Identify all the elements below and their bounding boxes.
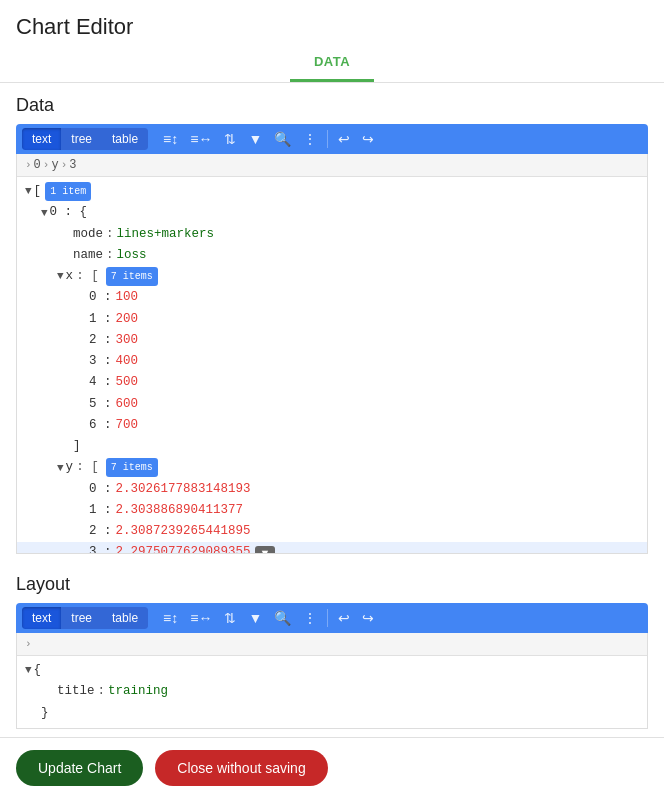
tree-y-3: 3 : 2.2975077629089355 ▼ xyxy=(17,542,647,554)
data-section-title: Data xyxy=(16,95,648,116)
layout-title-value: training xyxy=(108,681,168,702)
layout-breadcrumb-chevron: › xyxy=(25,638,32,650)
tree-x-row: ▼ x : [ 7 items xyxy=(17,266,647,287)
tree-mode-row: mode : lines+markers xyxy=(17,224,647,245)
filter-icon[interactable]: ▼ xyxy=(243,128,267,150)
tab-bar: DATA xyxy=(0,44,664,83)
data-tab-table[interactable]: table xyxy=(102,128,148,150)
footer: Update Chart Close without saving xyxy=(0,737,664,798)
data-view-tabs: text tree table xyxy=(22,128,148,150)
layout-breadcrumb: › xyxy=(17,633,647,656)
layout-collapse-icon[interactable]: ≡↔ xyxy=(185,607,217,629)
update-chart-button[interactable]: Update Chart xyxy=(16,750,143,786)
header: Chart Editor xyxy=(0,0,664,40)
tree-x-close: ] xyxy=(17,436,647,457)
mode-key: mode xyxy=(73,224,103,245)
layout-root-open: ▼ { xyxy=(17,660,647,681)
layout-expand-icon[interactable]: ≡↕ xyxy=(158,607,183,629)
tree-x-4: 4 : 500 xyxy=(17,372,647,393)
tab-data[interactable]: DATA xyxy=(290,44,374,82)
layout-section: Layout text tree table ≡↕ ≡↔ ⇅ ▼ 🔍 ⋮ ↩ ↪… xyxy=(0,562,664,737)
data-section: Data text tree table ≡↕ ≡↔ ⇅ ▼ 🔍 ⋮ ↩ ↪ ›… xyxy=(0,83,664,562)
layout-toolbar: text tree table ≡↕ ≡↔ ⇅ ▼ 🔍 ⋮ ↩ ↪ xyxy=(16,603,648,633)
y-toggle[interactable]: ▼ xyxy=(57,459,64,478)
layout-tree-panel: › ▼ { title : training } xyxy=(16,633,648,729)
data-tree-content: ▼ [ 1 item ▼ 0 : { mode : lines+markers xyxy=(17,177,647,554)
tree-item0-open: ▼ 0 : { xyxy=(17,202,647,223)
x-toggle[interactable]: ▼ xyxy=(57,267,64,286)
sort-icon[interactable]: ⇅ xyxy=(219,128,241,150)
name-value: loss xyxy=(117,245,147,266)
tree-x-1: 1 : 200 xyxy=(17,309,647,330)
layout-more-icon[interactable]: ⋮ xyxy=(298,607,322,629)
close-without-saving-button[interactable]: Close without saving xyxy=(155,750,327,786)
tree-x-3: 3 : 400 xyxy=(17,351,647,372)
more-icon[interactable]: ⋮ xyxy=(298,128,322,150)
layout-search-icon[interactable]: 🔍 xyxy=(269,607,296,629)
toolbar-sep1 xyxy=(327,130,328,148)
breadcrumb-chevron1: › xyxy=(43,159,50,171)
tree-y-0: 0 : 2.3026177883148193 xyxy=(17,479,647,500)
mode-value: lines+markers xyxy=(117,224,215,245)
layout-tab-text[interactable]: text xyxy=(22,607,61,629)
layout-tab-tree[interactable]: tree xyxy=(61,607,102,629)
root-badge: 1 item xyxy=(45,182,91,201)
tree-x-5: 5 : 600 xyxy=(17,394,647,415)
undo-icon[interactable]: ↩ xyxy=(333,128,355,150)
layout-tab-table[interactable]: table xyxy=(102,607,148,629)
y3-dropdown[interactable]: ▼ xyxy=(255,546,276,554)
layout-root-toggle[interactable]: ▼ xyxy=(25,661,32,680)
layout-sort-icon[interactable]: ⇅ xyxy=(219,607,241,629)
layout-section-title: Layout xyxy=(16,574,648,595)
layout-view-tabs: text tree table xyxy=(22,607,148,629)
layout-undo-icon[interactable]: ↩ xyxy=(333,607,355,629)
breadcrumb-3[interactable]: 3 xyxy=(69,158,76,172)
layout-redo-icon[interactable]: ↪ xyxy=(357,607,379,629)
redo-icon[interactable]: ↪ xyxy=(357,128,379,150)
y-badge: 7 items xyxy=(106,458,158,477)
layout-title-key: title xyxy=(57,681,95,702)
breadcrumb-0[interactable]: 0 xyxy=(34,158,41,172)
layout-filter-icon[interactable]: ▼ xyxy=(243,607,267,629)
data-breadcrumb: › 0 › y › 3 xyxy=(17,154,647,177)
tree-name-row: name : loss xyxy=(17,245,647,266)
root-toggle[interactable]: ▼ xyxy=(25,182,32,201)
breadcrumb-y[interactable]: y xyxy=(51,158,58,172)
tree-x-6: 6 : 700 xyxy=(17,415,647,436)
layout-title-row: title : training xyxy=(17,681,647,702)
data-tab-tree[interactable]: tree xyxy=(61,128,102,150)
tree-root-open: ▼ [ 1 item xyxy=(17,181,647,202)
layout-root-close: } xyxy=(17,703,647,724)
page-title: Chart Editor xyxy=(16,14,648,40)
tree-x-2: 2 : 300 xyxy=(17,330,647,351)
tree-x-0: 0 : 100 xyxy=(17,287,647,308)
breadcrumb-chevron2: › xyxy=(61,159,68,171)
search-icon[interactable]: 🔍 xyxy=(269,128,296,150)
data-tree-panel: › 0 › y › 3 ▼ [ 1 item ▼ 0 : { xyxy=(16,154,648,554)
tree-y-row: ▼ y : [ 7 items xyxy=(17,457,647,478)
layout-toolbar-sep xyxy=(327,609,328,627)
x-badge: 7 items xyxy=(106,267,158,286)
data-toolbar: text tree table ≡↕ ≡↔ ⇅ ▼ 🔍 ⋮ ↩ ↪ xyxy=(16,124,648,154)
collapse-all-icon[interactable]: ≡↔ xyxy=(185,128,217,150)
layout-tree-content: ▼ { title : training } xyxy=(17,656,647,728)
tree-y-2: 2 : 2.3087239265441895 xyxy=(17,521,647,542)
data-tab-text[interactable]: text xyxy=(22,128,61,150)
name-key: name xyxy=(73,245,103,266)
tree-y-1: 1 : 2.303886890411377 xyxy=(17,500,647,521)
item0-toggle[interactable]: ▼ xyxy=(41,204,48,223)
breadcrumb-chevron0: › xyxy=(25,159,32,171)
expand-all-icon[interactable]: ≡↕ xyxy=(158,128,183,150)
